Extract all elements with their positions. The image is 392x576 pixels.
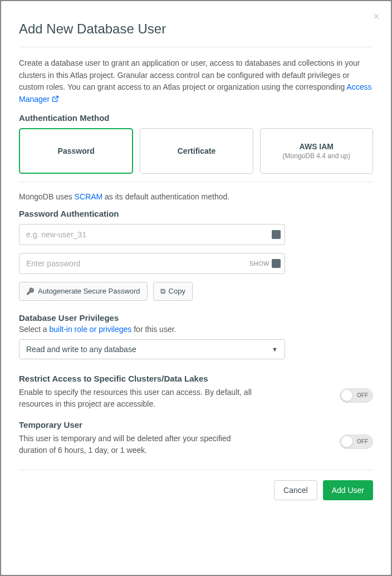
privileges-helper-pre: Select a bbox=[19, 325, 49, 334]
divider bbox=[19, 470, 373, 470]
external-link-icon bbox=[52, 94, 59, 106]
input-suffix-icon bbox=[272, 230, 281, 239]
auth-method-aws-iam[interactable]: AWS IAM (MongoDB 4.4 and up) bbox=[260, 128, 373, 174]
temporary-user-row: Temporary User This user is temporary an… bbox=[19, 420, 373, 456]
auth-method-certificate[interactable]: Certificate bbox=[140, 128, 253, 174]
copy-icon bbox=[160, 287, 165, 296]
privileges-label: Database User Privileges bbox=[19, 313, 373, 323]
auth-method-label-text: AWS IAM bbox=[300, 142, 334, 151]
autogenerate-label: Autogenerate Secure Password bbox=[38, 287, 140, 295]
modal-description: Create a database user to grant an appli… bbox=[19, 57, 373, 106]
divider bbox=[19, 47, 373, 47]
auth-method-sublabel: (MongoDB 4.4 and up) bbox=[283, 152, 350, 160]
divider bbox=[19, 182, 373, 182]
temporary-user-label: Temporary User bbox=[19, 420, 258, 429]
privileges-select[interactable]: Read and write to any database ▼ bbox=[19, 339, 285, 359]
input-suffix-icon bbox=[272, 259, 281, 268]
scram-note-pre: MongoDB uses bbox=[19, 192, 75, 201]
show-password-button[interactable]: SHOW bbox=[249, 260, 270, 267]
auth-method-group: Password Certificate AWS IAM (MongoDB 4.… bbox=[19, 128, 373, 174]
auth-method-label-text: Password bbox=[58, 147, 95, 155]
username-input[interactable] bbox=[19, 224, 285, 245]
temporary-user-description: This user is temporary and will be delet… bbox=[19, 433, 258, 456]
scram-note: MongoDB uses SCRAM as its default authen… bbox=[19, 192, 373, 201]
cancel-button[interactable]: Cancel bbox=[274, 480, 317, 500]
chevron-down-icon: ▼ bbox=[272, 346, 278, 353]
add-user-button[interactable]: Add User bbox=[323, 480, 373, 500]
description-text: Create a database user to grant an appli… bbox=[19, 58, 360, 91]
built-in-role-link[interactable]: built-in role or privileges bbox=[49, 325, 131, 334]
auth-method-label: Authentication Method bbox=[19, 113, 373, 123]
password-buttons-row: Autogenerate Secure Password Copy bbox=[19, 282, 373, 301]
scram-note-post: as its default authentication method. bbox=[102, 192, 229, 201]
modal-footer: Cancel Add User bbox=[19, 480, 373, 500]
privileges-selected-value: Read and write to any database bbox=[26, 345, 136, 354]
add-database-user-modal: × Add New Database User Create a databas… bbox=[1, 1, 391, 575]
restrict-access-description: Enable to specify the resources this use… bbox=[19, 387, 258, 410]
restrict-access-toggle[interactable]: OFF bbox=[340, 388, 373, 403]
modal-title: Add New Database User bbox=[19, 21, 373, 37]
username-field-wrap bbox=[19, 224, 285, 245]
toggle-off-label: OFF bbox=[357, 392, 368, 398]
auth-method-password[interactable]: Password bbox=[19, 128, 133, 174]
toggle-knob bbox=[341, 436, 352, 447]
scram-link[interactable]: SCRAM bbox=[75, 192, 103, 201]
toggle-off-label: OFF bbox=[357, 438, 368, 445]
copy-label: Copy bbox=[169, 287, 185, 295]
privileges-helper: Select a built-in role or privileges for… bbox=[19, 325, 373, 334]
temporary-user-toggle[interactable]: OFF bbox=[340, 435, 373, 449]
privileges-helper-post: for this user. bbox=[131, 325, 176, 334]
copy-password-button[interactable]: Copy bbox=[153, 282, 193, 301]
password-auth-label: Password Authentication bbox=[19, 209, 373, 218]
password-field-wrap: SHOW bbox=[19, 253, 285, 274]
key-icon bbox=[26, 287, 35, 295]
toggle-knob bbox=[341, 390, 352, 401]
close-icon[interactable]: × bbox=[373, 10, 380, 23]
auth-method-label-text: Certificate bbox=[178, 147, 215, 155]
autogenerate-password-button[interactable]: Autogenerate Secure Password bbox=[19, 282, 148, 301]
password-input[interactable] bbox=[19, 253, 285, 274]
restrict-access-label: Restrict Access to Specific Clusters/Dat… bbox=[19, 374, 258, 383]
restrict-access-row: Restrict Access to Specific Clusters/Dat… bbox=[19, 374, 373, 410]
